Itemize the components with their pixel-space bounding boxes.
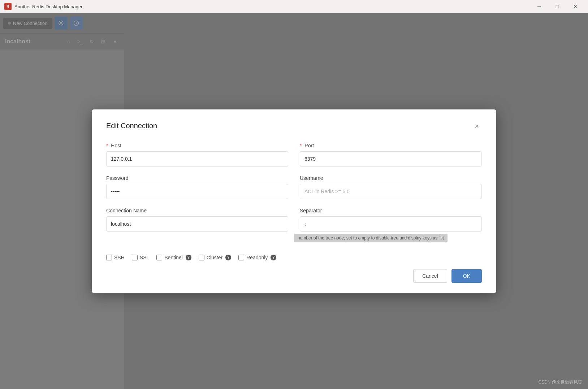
- checkboxes-row: SSH SSL Sentinel ? Cluster ? Readonly ?: [106, 255, 482, 260]
- connname-separator-row: Connection Name Separator: [106, 208, 482, 232]
- cluster-checkbox[interactable]: [199, 255, 204, 260]
- cluster-help-icon[interactable]: ?: [225, 255, 231, 260]
- cluster-checkbox-label[interactable]: Cluster ?: [199, 255, 231, 260]
- separator-input[interactable]: [300, 216, 482, 232]
- sentinel-help-icon[interactable]: ?: [186, 255, 191, 260]
- readonly-checkbox-label[interactable]: Readonly ?: [238, 255, 276, 260]
- username-group: Username: [300, 175, 482, 199]
- ssh-checkbox-label[interactable]: SSH: [106, 255, 125, 260]
- username-label: Username: [300, 175, 482, 181]
- watermark: CSDN @来世做春风暖: [538, 379, 582, 385]
- readonly-checkbox[interactable]: [238, 255, 244, 260]
- port-group: * Port: [300, 143, 482, 167]
- separator-group: Separator: [300, 208, 482, 232]
- title-bar-controls: ─ □ ✕: [531, 1, 584, 12]
- maximize-button[interactable]: □: [549, 1, 566, 12]
- password-username-row: Password Username: [106, 175, 482, 199]
- title-bar-left: R Another Redis Desktop Manager: [4, 3, 83, 10]
- password-input[interactable]: [106, 184, 288, 199]
- app-title: Another Redis Desktop Manager: [14, 4, 83, 9]
- readonly-help-icon[interactable]: ?: [271, 255, 276, 260]
- ssl-checkbox[interactable]: [132, 255, 138, 260]
- dialog-title: Edit Connection: [106, 122, 157, 130]
- dialog-overlay: Edit Connection × * Host * Port: [0, 13, 588, 389]
- ok-button[interactable]: OK: [451, 269, 482, 283]
- username-input[interactable]: [300, 184, 482, 199]
- app-icon: R: [4, 3, 12, 10]
- port-input[interactable]: [300, 151, 482, 167]
- password-group: Password: [106, 175, 288, 199]
- host-input[interactable]: [106, 151, 288, 167]
- port-required-star: *: [300, 143, 302, 148]
- host-port-row: * Host * Port: [106, 143, 482, 167]
- host-required-star: *: [106, 143, 108, 148]
- connection-name-group: Connection Name: [106, 208, 288, 232]
- edit-connection-dialog: Edit Connection × * Host * Port: [92, 109, 496, 293]
- dialog-footer: Cancel OK: [106, 260, 482, 283]
- host-label: * Host: [106, 143, 288, 148]
- password-label: Password: [106, 175, 288, 181]
- connection-name-label: Connection Name: [106, 208, 288, 213]
- dialog-header: Edit Connection ×: [106, 121, 482, 131]
- close-button[interactable]: ✕: [567, 1, 584, 12]
- minimize-button[interactable]: ─: [531, 1, 548, 12]
- sentinel-checkbox-label[interactable]: Sentinel ?: [156, 255, 191, 260]
- dialog-close-button[interactable]: ×: [472, 121, 482, 131]
- separator-label: Separator: [300, 208, 482, 213]
- ssl-checkbox-label[interactable]: SSL: [132, 255, 149, 260]
- title-bar: R Another Redis Desktop Manager ─ □ ✕: [0, 0, 588, 13]
- port-label: * Port: [300, 143, 482, 148]
- sentinel-checkbox[interactable]: [156, 255, 162, 260]
- host-group: * Host: [106, 143, 288, 167]
- ssh-checkbox[interactable]: [106, 255, 112, 260]
- cancel-button[interactable]: Cancel: [413, 269, 447, 283]
- separator-tooltip: number of the tree node, set to empty to…: [294, 234, 448, 242]
- connection-name-input[interactable]: [106, 216, 288, 232]
